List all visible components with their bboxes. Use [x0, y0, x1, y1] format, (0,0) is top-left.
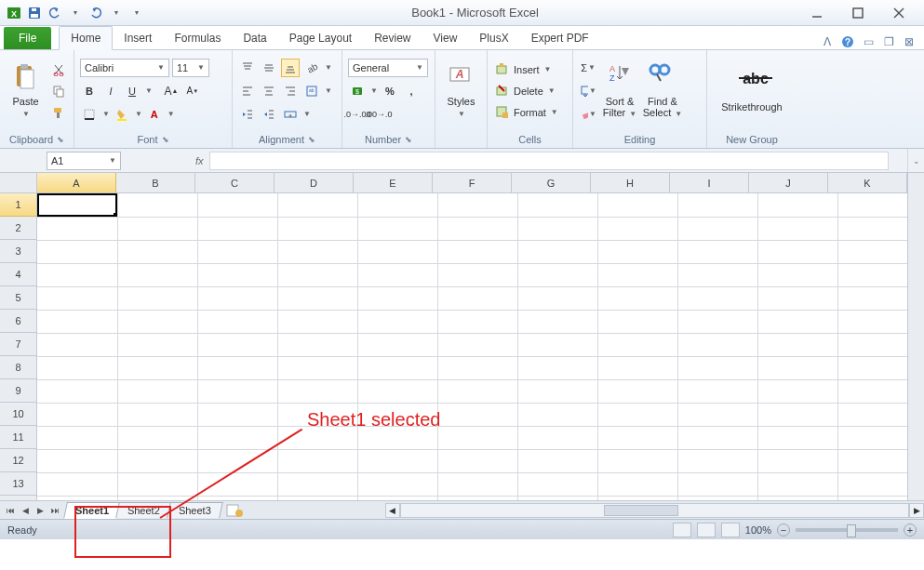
normal-view-icon[interactable]: [673, 523, 691, 537]
bold-button[interactable]: B: [80, 82, 99, 100]
borders-icon[interactable]: [80, 105, 99, 124]
row-header[interactable]: 10: [0, 403, 36, 426]
delete-cells-button[interactable]: Delete ▼: [493, 83, 560, 99]
select-all-corner[interactable]: [0, 173, 37, 193]
zoom-in-icon[interactable]: +: [904, 524, 917, 537]
qat-customize-icon[interactable]: ▼: [128, 5, 145, 21]
zoom-slider[interactable]: [796, 528, 898, 532]
redo-icon[interactable]: [87, 5, 104, 21]
shrink-font-icon[interactable]: A▼: [183, 82, 202, 100]
comma-icon[interactable]: ,: [402, 82, 421, 100]
prev-sheet-icon[interactable]: ◀: [19, 504, 32, 517]
grow-font-icon[interactable]: A▲: [162, 82, 181, 100]
decrease-indent-icon[interactable]: [238, 105, 257, 124]
align-left-icon[interactable]: [238, 82, 257, 100]
doc-restore-icon[interactable]: ❐: [881, 34, 896, 49]
cells-area[interactable]: [37, 193, 907, 500]
column-headers[interactable]: ABCDEFGHIJK: [37, 173, 907, 193]
decrease-decimal-icon[interactable]: .00→.0: [369, 105, 388, 124]
wrap-text-icon[interactable]: ab: [302, 82, 321, 100]
next-sheet-icon[interactable]: ▶: [33, 504, 47, 517]
underline-dropdown[interactable]: ▼: [145, 86, 153, 95]
copy-icon[interactable]: [49, 82, 68, 100]
doc-close-icon[interactable]: ⊠: [902, 34, 917, 49]
row-header[interactable]: 11: [0, 426, 36, 449]
tab-expert-pdf[interactable]: Expert PDF: [520, 27, 600, 49]
row-header[interactable]: 3: [0, 240, 36, 263]
redo-dropdown-icon[interactable]: ▼: [108, 5, 125, 21]
expand-formula-bar-icon[interactable]: ⌄: [907, 149, 924, 172]
align-middle-icon[interactable]: [260, 59, 278, 77]
align-right-icon[interactable]: [281, 82, 300, 100]
accounting-format-icon[interactable]: $: [348, 82, 367, 100]
sheet-tab-3[interactable]: Sheet3: [167, 502, 222, 518]
save-icon[interactable]: [26, 5, 43, 21]
percent-icon[interactable]: %: [381, 82, 399, 100]
fill-icon[interactable]: ▼: [579, 82, 597, 100]
italic-button[interactable]: I: [101, 82, 120, 100]
tab-page-layout[interactable]: Page Layout: [278, 27, 363, 49]
zoom-out-icon[interactable]: −: [777, 524, 790, 537]
tab-insert[interactable]: Insert: [113, 27, 163, 49]
hscroll-left-icon[interactable]: ◀: [385, 503, 400, 518]
sheet-tab-2[interactable]: Sheet2: [115, 502, 171, 518]
font-color-icon[interactable]: A: [145, 105, 164, 124]
format-cells-button[interactable]: Format ▼: [493, 104, 560, 121]
increase-decimal-icon[interactable]: .0→.00: [348, 105, 367, 124]
number-format-combo[interactable]: General▼: [348, 59, 428, 77]
font-color-dropdown[interactable]: ▼: [167, 110, 175, 118]
undo-dropdown-icon[interactable]: ▼: [67, 5, 84, 21]
align-bottom-icon[interactable]: [281, 59, 300, 77]
font-name-combo[interactable]: Calibri▼: [80, 59, 169, 77]
name-box[interactable]: A1▼: [47, 152, 121, 170]
row-header[interactable]: 12: [0, 449, 36, 472]
insert-cells-button[interactable]: Insert ▼: [493, 61, 560, 78]
sheet-tab-1[interactable]: Sheet1: [63, 502, 121, 519]
column-header[interactable]: B: [116, 173, 195, 192]
tab-home[interactable]: Home: [59, 26, 113, 50]
clear-icon[interactable]: ▼: [579, 105, 597, 124]
row-header[interactable]: 6: [0, 310, 36, 333]
column-header[interactable]: C: [195, 173, 275, 192]
first-sheet-icon[interactable]: ⏮: [4, 504, 17, 517]
doc-minimize-icon[interactable]: ▭: [861, 34, 876, 49]
clipboard-dialog-icon[interactable]: ⬊: [57, 135, 64, 144]
file-tab[interactable]: File: [4, 27, 51, 49]
tab-formulas[interactable]: Formulas: [163, 27, 232, 49]
horizontal-scrollbar[interactable]: [400, 503, 909, 518]
tab-plusx[interactable]: PlusX: [468, 27, 519, 49]
increase-indent-icon[interactable]: [260, 105, 278, 124]
row-header[interactable]: 5: [0, 286, 36, 310]
row-header[interactable]: 2: [0, 217, 36, 240]
fill-color-icon[interactable]: [113, 105, 131, 124]
vertical-scrollbar[interactable]: [907, 173, 924, 500]
row-header[interactable]: 8: [0, 356, 36, 379]
align-center-icon[interactable]: [260, 82, 278, 100]
last-sheet-icon[interactable]: ⏭: [48, 504, 61, 517]
tab-data[interactable]: Data: [232, 27, 277, 49]
align-top-icon[interactable]: [238, 59, 257, 77]
find-select-button[interactable]: Find & Select ▼: [642, 55, 683, 127]
active-cell[interactable]: [37, 193, 117, 217]
orientation-icon[interactable]: ab: [302, 59, 321, 77]
fill-color-dropdown[interactable]: ▼: [135, 110, 142, 118]
borders-dropdown[interactable]: ▼: [102, 110, 110, 118]
new-sheet-icon[interactable]: [223, 503, 246, 518]
tab-view[interactable]: View: [422, 27, 469, 49]
formula-input[interactable]: [209, 152, 889, 170]
row-header[interactable]: 13: [0, 472, 36, 496]
help-icon[interactable]: ?: [840, 34, 855, 49]
row-header[interactable]: 1: [0, 193, 36, 217]
merge-center-icon[interactable]: a: [281, 105, 300, 124]
column-header[interactable]: D: [275, 173, 354, 192]
row-header[interactable]: 7: [0, 333, 36, 356]
page-break-view-icon[interactable]: [721, 523, 740, 537]
column-header[interactable]: I: [670, 173, 749, 192]
column-header[interactable]: J: [749, 173, 828, 192]
column-header[interactable]: A: [37, 173, 116, 192]
tab-review[interactable]: Review: [363, 27, 422, 49]
minimize-button[interactable]: [805, 5, 829, 21]
row-header[interactable]: 9: [0, 379, 36, 403]
column-header[interactable]: H: [591, 173, 670, 192]
paste-button[interactable]: Paste▼: [6, 55, 46, 127]
